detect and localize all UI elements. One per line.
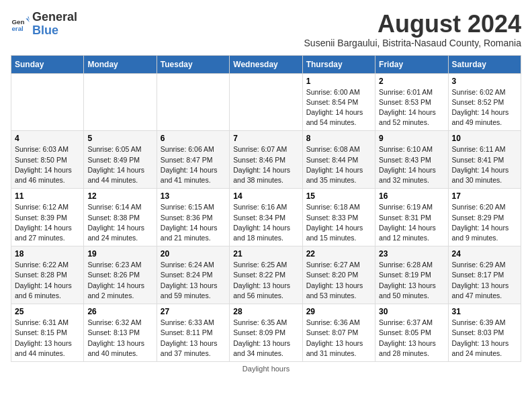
day-number: 5 xyxy=(87,134,152,143)
calendar-cell: 20 Sunrise: 6:24 AMSunset: 8:24 PMDaylig… xyxy=(157,246,229,304)
calendar-week-1: 1 Sunrise: 6:00 AMSunset: 8:54 PMDayligh… xyxy=(11,73,521,131)
day-number: 18 xyxy=(15,249,80,259)
col-wednesday: Wednesday xyxy=(230,55,302,73)
calendar-cell: 28 Sunrise: 6:35 AMSunset: 8:09 PMDaylig… xyxy=(230,304,302,362)
header-row: Sunday Monday Tuesday Wednesday Thursday… xyxy=(11,55,521,73)
calendar-cell: 21 Sunrise: 6:25 AMSunset: 8:22 PMDaylig… xyxy=(230,246,302,304)
calendar-cell: 23 Sunrise: 6:28 AMSunset: 8:19 PMDaylig… xyxy=(375,246,448,304)
calendar-cell: 6 Sunrise: 6:06 AMSunset: 8:47 PMDayligh… xyxy=(157,131,229,189)
day-number: 16 xyxy=(379,191,444,201)
cell-info: Sunrise: 6:19 AMSunset: 8:31 PMDaylight:… xyxy=(379,203,436,242)
calendar-cell: 16 Sunrise: 6:19 AMSunset: 8:31 PMDaylig… xyxy=(375,189,448,246)
calendar-cell: 11 Sunrise: 6:12 AMSunset: 8:39 PMDaylig… xyxy=(11,189,84,246)
calendar-cell: 8 Sunrise: 6:08 AMSunset: 8:44 PMDayligh… xyxy=(302,131,375,189)
calendar-cell: 3 Sunrise: 6:02 AMSunset: 8:52 PMDayligh… xyxy=(448,73,521,131)
cell-info: Sunrise: 6:03 AMSunset: 8:50 PMDaylight:… xyxy=(15,145,72,184)
cell-info: Sunrise: 6:10 AMSunset: 8:43 PMDaylight:… xyxy=(379,145,436,184)
calendar-week-3: 11 Sunrise: 6:12 AMSunset: 8:39 PMDaylig… xyxy=(11,189,521,246)
calendar-cell: 26 Sunrise: 6:32 AMSunset: 8:13 PMDaylig… xyxy=(84,304,157,362)
cell-info: Sunrise: 6:11 AMSunset: 8:41 PMDaylight:… xyxy=(452,145,509,184)
cell-info: Sunrise: 6:39 AMSunset: 8:03 PMDaylight:… xyxy=(452,318,509,357)
location-subtitle: Susenii Bargaului, Bistrita-Nasaud Count… xyxy=(304,38,521,48)
calendar-cell xyxy=(84,73,157,131)
cell-info: Sunrise: 6:05 AMSunset: 8:49 PMDaylight:… xyxy=(87,145,144,184)
day-number: 14 xyxy=(233,191,298,201)
calendar-cell: 13 Sunrise: 6:15 AMSunset: 8:36 PMDaylig… xyxy=(157,189,229,246)
day-number: 22 xyxy=(306,249,371,259)
col-thursday: Thursday xyxy=(302,55,375,73)
calendar-cell: 25 Sunrise: 6:31 AMSunset: 8:15 PMDaylig… xyxy=(11,304,84,362)
calendar-cell xyxy=(157,73,229,131)
cell-info: Sunrise: 6:32 AMSunset: 8:13 PMDaylight:… xyxy=(87,318,144,357)
day-number: 8 xyxy=(306,134,371,143)
calendar-table: Sunday Monday Tuesday Wednesday Thursday… xyxy=(11,55,521,362)
calendar-cell xyxy=(230,73,302,131)
cell-info: Sunrise: 6:36 AMSunset: 8:07 PMDaylight:… xyxy=(306,318,363,357)
day-number: 25 xyxy=(15,307,80,316)
calendar-cell: 1 Sunrise: 6:00 AMSunset: 8:54 PMDayligh… xyxy=(302,73,375,131)
day-number: 17 xyxy=(452,191,517,201)
logo-blue: Blue xyxy=(32,24,77,38)
cell-info: Sunrise: 6:00 AMSunset: 8:54 PMDaylight:… xyxy=(306,88,363,127)
title-area: August 2024 Susenii Bargaului, Bistrita-… xyxy=(304,11,521,52)
day-number: 4 xyxy=(15,134,80,143)
calendar-cell: 7 Sunrise: 6:07 AMSunset: 8:46 PMDayligh… xyxy=(230,131,302,189)
day-number: 21 xyxy=(233,249,298,259)
cell-info: Sunrise: 6:01 AMSunset: 8:53 PMDaylight:… xyxy=(379,88,436,127)
day-number: 9 xyxy=(379,134,444,143)
day-number: 13 xyxy=(161,191,226,201)
cell-info: Sunrise: 6:15 AMSunset: 8:36 PMDaylight:… xyxy=(161,203,218,242)
calendar-cell: 22 Sunrise: 6:27 AMSunset: 8:20 PMDaylig… xyxy=(302,246,375,304)
day-number: 11 xyxy=(15,191,80,201)
calendar-cell: 2 Sunrise: 6:01 AMSunset: 8:53 PMDayligh… xyxy=(375,73,448,131)
cell-info: Sunrise: 6:33 AMSunset: 8:11 PMDaylight:… xyxy=(161,318,218,357)
cell-info: Sunrise: 6:07 AMSunset: 8:46 PMDaylight:… xyxy=(233,145,290,184)
svg-text:eral: eral xyxy=(11,25,24,32)
calendar-cell: 4 Sunrise: 6:03 AMSunset: 8:50 PMDayligh… xyxy=(11,131,84,189)
cell-info: Sunrise: 6:14 AMSunset: 8:38 PMDaylight:… xyxy=(87,203,144,242)
col-friday: Friday xyxy=(375,55,448,73)
col-sunday: Sunday xyxy=(11,55,84,73)
month-title: August 2024 xyxy=(304,11,521,38)
calendar-cell xyxy=(11,73,84,131)
cell-info: Sunrise: 6:23 AMSunset: 8:26 PMDaylight:… xyxy=(87,261,144,300)
footer: Daylight hours xyxy=(11,365,521,373)
day-number: 15 xyxy=(306,191,371,201)
calendar-week-4: 18 Sunrise: 6:22 AMSunset: 8:28 PMDaylig… xyxy=(11,246,521,304)
calendar-cell: 27 Sunrise: 6:33 AMSunset: 8:11 PMDaylig… xyxy=(157,304,229,362)
day-number: 26 xyxy=(87,307,152,316)
calendar-cell: 31 Sunrise: 6:39 AMSunset: 8:03 PMDaylig… xyxy=(448,304,521,362)
calendar-cell: 12 Sunrise: 6:14 AMSunset: 8:38 PMDaylig… xyxy=(84,189,157,246)
day-number: 12 xyxy=(87,191,152,201)
calendar-cell: 29 Sunrise: 6:36 AMSunset: 8:07 PMDaylig… xyxy=(302,304,375,362)
cell-info: Sunrise: 6:08 AMSunset: 8:44 PMDaylight:… xyxy=(306,145,363,184)
col-tuesday: Tuesday xyxy=(157,55,229,73)
calendar-cell: 14 Sunrise: 6:16 AMSunset: 8:34 PMDaylig… xyxy=(230,189,302,246)
day-number: 23 xyxy=(379,249,444,259)
page-header: Gen eral General Blue August 2024 Suseni… xyxy=(11,11,521,52)
calendar-cell: 5 Sunrise: 6:05 AMSunset: 8:49 PMDayligh… xyxy=(84,131,157,189)
logo-general: General xyxy=(32,11,77,24)
calendar-cell: 17 Sunrise: 6:20 AMSunset: 8:29 PMDaylig… xyxy=(448,189,521,246)
cell-info: Sunrise: 6:22 AMSunset: 8:28 PMDaylight:… xyxy=(15,261,72,300)
calendar-cell: 15 Sunrise: 6:18 AMSunset: 8:33 PMDaylig… xyxy=(302,189,375,246)
day-number: 2 xyxy=(379,77,444,86)
col-monday: Monday xyxy=(84,55,157,73)
cell-info: Sunrise: 6:35 AMSunset: 8:09 PMDaylight:… xyxy=(233,318,290,357)
cell-info: Sunrise: 6:16 AMSunset: 8:34 PMDaylight:… xyxy=(233,203,290,242)
day-number: 6 xyxy=(161,134,226,143)
cell-info: Sunrise: 6:37 AMSunset: 8:05 PMDaylight:… xyxy=(379,318,436,357)
calendar-cell: 19 Sunrise: 6:23 AMSunset: 8:26 PMDaylig… xyxy=(84,246,157,304)
day-number: 19 xyxy=(87,249,152,259)
day-number: 10 xyxy=(452,134,517,143)
cell-info: Sunrise: 6:27 AMSunset: 8:20 PMDaylight:… xyxy=(306,261,363,300)
calendar-cell: 9 Sunrise: 6:10 AMSunset: 8:43 PMDayligh… xyxy=(375,131,448,189)
cell-info: Sunrise: 6:31 AMSunset: 8:15 PMDaylight:… xyxy=(15,318,72,357)
calendar-cell: 30 Sunrise: 6:37 AMSunset: 8:05 PMDaylig… xyxy=(375,304,448,362)
cell-info: Sunrise: 6:29 AMSunset: 8:17 PMDaylight:… xyxy=(452,261,509,300)
logo: Gen eral General Blue xyxy=(11,11,77,38)
calendar-cell: 24 Sunrise: 6:29 AMSunset: 8:17 PMDaylig… xyxy=(448,246,521,304)
day-number: 1 xyxy=(306,77,371,86)
calendar-week-2: 4 Sunrise: 6:03 AMSunset: 8:50 PMDayligh… xyxy=(11,131,521,189)
day-number: 29 xyxy=(306,307,371,316)
